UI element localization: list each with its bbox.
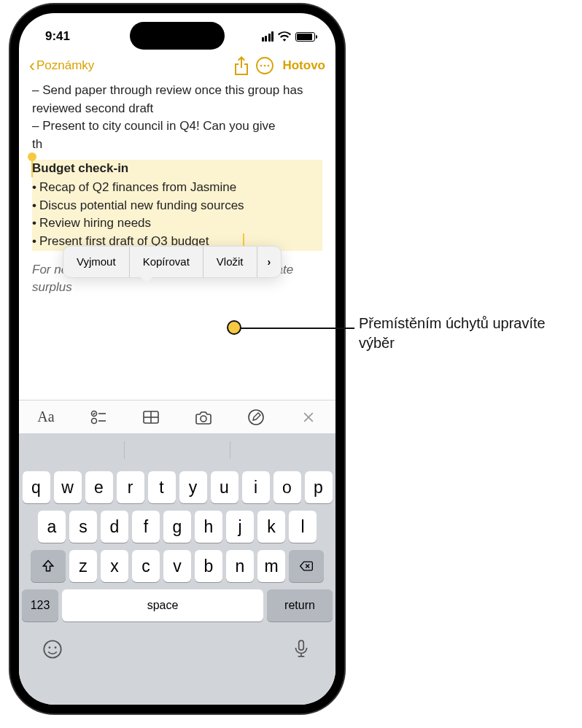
return-key[interactable]: return [267,589,333,621]
more-button[interactable] [255,55,275,76]
suggestion-slot[interactable] [19,441,125,459]
key-q[interactable]: q [23,471,50,503]
text-format-button[interactable]: Aa [36,408,55,427]
key-h[interactable]: h [195,511,222,543]
wifi-icon [278,31,291,42]
key-a[interactable]: a [38,511,66,543]
suggestion-slot[interactable] [125,441,230,459]
key-v[interactable]: v [163,550,191,582]
svg-point-11 [201,416,206,422]
svg-point-14 [49,646,51,648]
note-bullet: •Recap of Q2 finances from Jasmine [32,179,322,197]
kb-row-2: asdfghjkl [22,511,333,543]
key-w[interactable]: w [54,471,82,503]
callout-line [241,328,354,329]
key-e[interactable]: e [85,471,113,503]
context-menu: Vyjmout Kopírovat Vložit › [63,246,282,278]
svg-point-13 [44,640,61,657]
svg-point-3 [268,65,270,67]
key-u[interactable]: u [211,471,238,503]
backspace-key[interactable] [289,550,324,582]
format-toolbar: Aa [19,400,335,433]
cut-button[interactable]: Vyjmout [63,247,130,277]
svg-point-1 [260,65,263,67]
key-c[interactable]: c [132,550,160,582]
callout-dot [227,320,241,335]
suggestion-slot[interactable] [230,441,335,459]
key-f[interactable]: f [132,511,160,543]
note-bullet: •Review hiring needs [32,214,322,233]
key-b[interactable]: b [195,550,222,582]
svg-rect-16 [299,640,304,650]
key-x[interactable]: x [101,550,128,582]
key-d[interactable]: d [101,511,128,543]
key-o[interactable]: o [273,471,301,503]
svg-point-2 [264,65,266,67]
key-l[interactable]: l [289,511,317,543]
key-j[interactable]: j [226,511,254,543]
cellular-icon [262,31,274,42]
key-g[interactable]: g [163,511,191,543]
note-heading: Budget check-in [32,160,322,179]
key-s[interactable]: s [69,511,97,543]
key-n[interactable]: n [226,550,254,582]
key-p[interactable]: p [305,471,333,503]
done-button[interactable]: Hotovo [282,58,325,73]
camera-button[interactable] [194,408,213,427]
callout-text: Přemístěním úchytů upravíte výběr [359,314,570,353]
svg-point-12 [249,410,263,425]
svg-point-6 [92,418,97,423]
suggestion-bar [19,433,335,467]
back-label: Poznámky [36,58,94,73]
key-k[interactable]: k [257,511,285,543]
chevron-left-icon: ‹ [29,55,35,76]
numeric-key[interactable]: 123 [22,589,58,621]
key-r[interactable]: r [117,471,144,503]
dynamic-island [130,22,225,50]
copy-button[interactable]: Kopírovat [130,247,203,277]
key-m[interactable]: m [257,550,285,582]
close-toolbar-button[interactable] [299,408,318,427]
space-key[interactable]: space [62,589,263,621]
kb-row-1: qwertyuiop [22,471,333,503]
status-time: 9:41 [45,29,70,44]
kb-row-3: zxcvbnm [22,550,333,582]
emoji-button[interactable] [42,639,63,659]
key-z[interactable]: z [69,550,97,582]
paste-button[interactable]: Vložit [203,247,257,277]
share-button[interactable] [231,55,252,76]
svg-point-15 [55,646,57,648]
key-t[interactable]: t [148,471,176,503]
kb-row-4: 123 space return [22,589,333,621]
context-more-button[interactable]: › [257,256,282,268]
battery-icon [295,32,315,42]
shift-key[interactable] [31,550,66,582]
key-i[interactable]: i [242,471,270,503]
table-button[interactable] [141,408,160,427]
selected-text-block[interactable]: Budget check-in •Recap of Q2 finances fr… [32,160,322,251]
key-y[interactable]: y [179,471,207,503]
markup-button[interactable] [247,408,265,427]
note-line: th [32,136,322,154]
checklist-button[interactable] [89,408,108,427]
phone-screen: 9:41 ‹ Poznámky Hotovo [19,13,335,705]
nav-bar: ‹ Poznámky Hotovo [19,50,335,82]
note-line: – Present to city council in Q4! Can you… [32,117,322,136]
back-button[interactable]: ‹ Poznámky [29,55,94,76]
note-bullet: •Discus potential new funding sources [32,197,322,215]
note-line: – Send paper through review once this gr… [32,82,322,117]
keyboard: qwertyuiop asdfghjkl zxcvbnm 123 space r… [19,467,335,705]
dictation-button[interactable] [292,639,312,659]
phone-frame: 9:41 ‹ Poznámky Hotovo [10,4,344,713]
